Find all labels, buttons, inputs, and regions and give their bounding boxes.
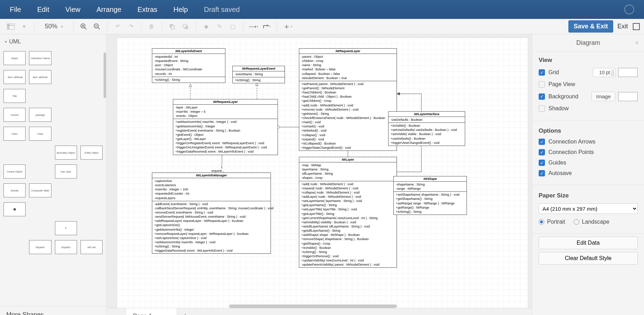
- uml-class-IWShape[interactable]: IWShape-shapeName : String -range : IWRa…: [393, 176, 467, 215]
- stencil-item[interactable]: [4, 221, 26, 235]
- stencil-item[interactable]: module: [4, 108, 26, 122]
- menu-extras[interactable]: Extras: [138, 6, 158, 14]
- stencil-item[interactable]: [55, 202, 77, 216]
- save-exit-button[interactable]: Save & Exit: [568, 20, 613, 33]
- redo-icon[interactable]: ↷: [126, 21, 136, 32]
- to-front-icon[interactable]: [167, 21, 177, 32]
- close-panel-icon[interactable]: ×: [635, 39, 639, 47]
- stencil-item[interactable]: - item: attribute: [4, 70, 26, 84]
- canvas[interactable]: request 1 1 1 IWLayerInfoEvent-requested…: [106, 34, 532, 315]
- stencil-item[interactable]: [80, 164, 103, 178]
- stencil-item[interactable]: [55, 51, 77, 65]
- stencil-item[interactable]: [80, 70, 103, 84]
- clear-style-button[interactable]: Clear Default Style: [539, 252, 638, 265]
- landscape-radio[interactable]: [574, 219, 579, 225]
- menu-arrange[interactable]: Arrange: [97, 6, 121, 14]
- to-back-icon[interactable]: [180, 21, 191, 32]
- sidebar-section-uml[interactable]: UML: [0, 34, 106, 49]
- stencil-item[interactable]: Control Object: [4, 164, 26, 178]
- stroke-color-icon[interactable]: ✎: [214, 21, 225, 32]
- menu-file[interactable]: File: [10, 6, 21, 14]
- stencil-item[interactable]: [29, 89, 51, 103]
- autosave-checkbox[interactable]: ✓: [539, 170, 545, 176]
- menu-help[interactable]: Help: [174, 6, 188, 14]
- stencil-item[interactable]: [4, 240, 26, 254]
- stencil-item[interactable]: [80, 202, 103, 216]
- add-page-button[interactable]: ＋: [177, 308, 193, 315]
- uml-class-IWRequestLayer[interactable]: IWRequestLayer-parent : Object -children…: [299, 48, 397, 151]
- menu-view[interactable]: View: [65, 6, 80, 14]
- stencil-item[interactable]: «interface» Name: [29, 51, 51, 65]
- zoom-in-icon[interactable]: [78, 21, 89, 32]
- edit-data-button[interactable]: Edit Data: [539, 237, 638, 249]
- stencil-item[interactable]: self call: [80, 240, 103, 254]
- grid-size-input[interactable]: 10 pt: [593, 68, 615, 77]
- menu-edit[interactable]: Edit: [37, 6, 49, 14]
- stencil-item[interactable]: [55, 108, 77, 122]
- stencil-item[interactable]: Boundary Object: [55, 146, 77, 160]
- sidebar-dropdown-icon[interactable]: ▾: [19, 21, 29, 32]
- stencil-item[interactable]: Entity Object: [80, 146, 103, 160]
- grid-checkbox[interactable]: ✓: [539, 69, 545, 76]
- stencil-item[interactable]: package: [29, 108, 51, 122]
- grid-color-swatch[interactable]: [618, 68, 638, 77]
- portrait-radio[interactable]: [539, 219, 544, 225]
- stencil-item[interactable]: [55, 89, 77, 103]
- shadow-checkbox[interactable]: [539, 105, 545, 112]
- conn-arrows-checkbox[interactable]: ✓: [539, 139, 545, 145]
- stencil-item[interactable]: ✕: [55, 221, 77, 235]
- stencil-item[interactable]: [80, 183, 103, 197]
- uml-class-IWLayer[interactable]: IWLayer-map : IWMap -layerName : String …: [299, 157, 397, 268]
- more-shapes-button[interactable]: More Shapes...: [0, 306, 106, 315]
- stencil-item[interactable]: [80, 51, 103, 65]
- stencil-item[interactable]: [29, 221, 51, 235]
- pageview-checkbox[interactable]: [539, 81, 545, 88]
- canvas-h-scrollbar[interactable]: [229, 304, 399, 308]
- insert-icon[interactable]: ＋▾: [282, 21, 293, 32]
- tab-page-1[interactable]: Page-1: [126, 308, 177, 315]
- stencil-item[interactable]: dispatch: [29, 240, 51, 254]
- stencil-item[interactable]: dispatch: [55, 240, 77, 254]
- uml-class-IWRequestLayer_panel[interactable]: IWRequestLayer-layer : IWLayer -maxHits …: [173, 99, 278, 155]
- stencil-item[interactable]: [80, 108, 103, 122]
- background-image-button[interactable]: Image: [592, 92, 615, 101]
- conn-points-checkbox[interactable]: ✓: [539, 149, 545, 155]
- stencil-item[interactable]: Composite State: [29, 183, 51, 197]
- zoom-out-icon[interactable]: [92, 21, 102, 32]
- fill-color-icon[interactable]: ◆: [201, 21, 211, 32]
- stencil-item[interactable]: Object: [4, 51, 26, 65]
- sidebar-scrollbar[interactable]: [104, 52, 106, 98]
- uml-class-IWLayerInterface[interactable]: IWLayerInterface-useDefaults : Boolean+i…: [388, 111, 465, 146]
- guides-checkbox[interactable]: ✓: [539, 160, 545, 166]
- page-menu-icon[interactable]: ⋯: [112, 308, 126, 315]
- stencil-item[interactable]: ⬤: [4, 202, 26, 216]
- stencil-item[interactable]: item: attribute: [29, 70, 51, 84]
- paper-size-select[interactable]: A4 (210 mm x 297 mm): [539, 203, 638, 214]
- delete-icon[interactable]: 🗑: [146, 21, 157, 32]
- stencil-item[interactable]: Activity: [4, 183, 26, 197]
- stencil-item[interactable]: Title: [4, 89, 26, 103]
- stencil-item[interactable]: [29, 164, 51, 178]
- waypoint-icon[interactable]: ▾: [261, 21, 272, 32]
- stencil-item[interactable]: [55, 70, 77, 84]
- background-checkbox[interactable]: ✓: [539, 93, 545, 100]
- stencil-item[interactable]: [80, 127, 103, 141]
- uml-class-IWLayerInfoManager[interactable]: IWLayerInfoManager-captureSize -eventLis…: [152, 173, 271, 254]
- fullscreen-icon[interactable]: [633, 23, 640, 30]
- stencil-item[interactable]: [4, 146, 26, 160]
- sidebar-toggle-icon[interactable]: [6, 21, 16, 32]
- uml-class-IWLayerInfoEvent[interactable]: IWLayerInfoEvent-requestedid : int -requ…: [152, 48, 225, 83]
- uml-class-IWRequestLayerEvent[interactable]: IWRequestLayerEvent-eventName : String+t…: [232, 66, 285, 83]
- paper[interactable]: request 1 1 1 IWLayerInfoEvent-requested…: [117, 38, 528, 308]
- background-color-swatch[interactable]: [618, 92, 638, 101]
- stencil-item[interactable]: [80, 221, 103, 235]
- stencil-item[interactable]: [29, 202, 51, 216]
- stencil-item[interactable]: Class: [29, 127, 51, 141]
- stencil-item[interactable]: [55, 127, 77, 141]
- stencil-item[interactable]: [29, 146, 51, 160]
- stencil-item[interactable]: [55, 183, 77, 197]
- stencil-item[interactable]: [80, 89, 103, 103]
- zoom-level[interactable]: 50% ▾: [38, 23, 70, 30]
- connection-icon[interactable]: ⟶▾: [248, 21, 259, 32]
- undo-icon[interactable]: ↶: [112, 21, 123, 32]
